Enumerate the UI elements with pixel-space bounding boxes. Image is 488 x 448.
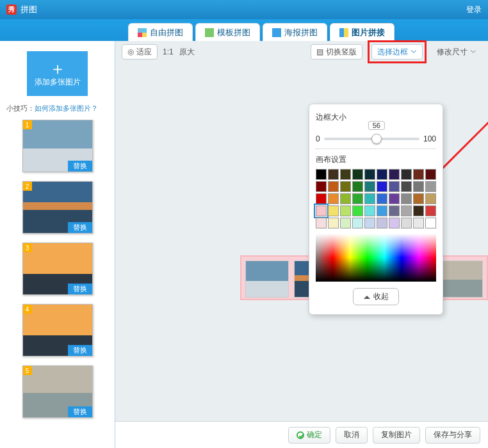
color-swatch[interactable] [389,181,400,192]
color-swatch[interactable] [340,181,351,192]
color-swatch[interactable] [425,205,436,216]
color-swatch[interactable] [328,205,339,216]
cancel-button[interactable]: 取消 [336,427,368,444]
chevron-down-icon [411,48,416,53]
color-swatch[interactable] [364,181,375,192]
replace-button[interactable]: 替换 [68,222,92,233]
color-swatch[interactable] [328,181,339,192]
color-swatch[interactable] [401,193,412,204]
color-swatch[interactable] [377,205,387,216]
color-swatch[interactable] [377,169,387,180]
color-swatch[interactable] [389,218,400,228]
replace-button[interactable]: 替换 [68,284,92,294]
border-size-slider[interactable]: 56 [324,138,419,140]
color-swatch[interactable] [364,218,375,228]
color-swatch[interactable] [425,169,436,180]
app-logo: 秀 [6,4,17,15]
color-swatch[interactable] [364,193,375,204]
save-share-button[interactable]: 保存与分享 [425,427,480,444]
slider-min: 0 [316,134,320,143]
ok-button[interactable]: 确定 [288,427,330,444]
color-swatch[interactable] [401,169,412,180]
tab-bar: 自由拼图 模板拼图 海报拼图 图片拼接 [0,19,488,41]
color-swatch[interactable] [352,169,363,180]
thumbnail[interactable]: 3替换 [22,243,93,295]
color-swatch[interactable] [352,193,363,204]
fit-button[interactable]: ◎适应 [122,44,158,60]
chevron-down-icon [471,48,476,53]
canvas-area: ◎适应 1:1 原大 ▤切换竖版 选择边框 修改尺寸 ✋可拖动 边框大小 0 [115,41,488,448]
color-swatch[interactable] [340,205,351,216]
color-swatch[interactable] [340,193,351,204]
color-swatch[interactable] [413,205,424,216]
thumbnail[interactable]: 5替换 [22,365,93,418]
color-swatch[interactable] [413,181,424,192]
replace-button[interactable]: 替换 [68,345,92,356]
stitch-icon [339,28,348,37]
select-border-button[interactable]: 选择边框 [371,44,423,60]
tab-template[interactable]: 模板拼图 [195,23,260,41]
slider-knob[interactable] [371,134,382,144]
color-swatch[interactable] [425,193,436,204]
color-swatch[interactable] [401,181,412,192]
tip-link[interactable]: 如何添加多张图片？ [35,104,98,112]
color-swatch[interactable] [425,218,436,228]
app-title: 拼图 [20,4,37,15]
color-swatch[interactable] [413,193,424,204]
color-swatch[interactable] [340,169,351,180]
thumbnail-list: 1替换 2替换 3替换 4替换 5替换 [6,120,108,448]
color-swatch[interactable] [316,218,327,228]
canvas-settings-label: 画布设置 [316,154,436,165]
border-popover: 边框大小 0 56 100 画布设置 收起 [309,104,443,315]
color-swatch[interactable] [316,169,327,180]
toggle-vertical-button[interactable]: ▤切换竖版 [311,44,362,60]
sidebar-tip: 小技巧：如何添加多张图片？ [6,104,108,113]
collage-cell[interactable] [245,260,289,298]
login-link[interactable]: 登录 [466,4,482,15]
color-swatch[interactable] [389,169,400,180]
footer-bar: 确定 取消 复制图片 保存与分享 [115,421,488,448]
color-swatch[interactable] [328,193,339,204]
color-swatch[interactable] [401,218,412,228]
select-border-highlight: 选择边框 [368,40,427,63]
color-swatch[interactable] [413,169,424,180]
thumbnail[interactable]: 1替换 [22,120,93,172]
collapse-button[interactable]: 收起 [353,288,399,305]
layout-icon: ▤ [316,47,323,56]
color-swatch[interactable] [377,181,387,192]
thumbnail[interactable]: 4替换 [22,304,93,356]
collage-cell[interactable] [439,260,483,298]
tab-stitch[interactable]: 图片拼接 [330,23,394,41]
color-swatch[interactable] [328,169,339,180]
color-swatch[interactable] [364,169,375,180]
add-images-button[interactable]: ＋ 添加多张图片 [27,51,88,96]
color-swatch[interactable] [328,218,339,228]
color-swatch[interactable] [352,205,363,216]
check-icon [297,431,304,439]
resize-button[interactable]: 修改尺寸 [432,44,482,60]
copy-image-button[interactable]: 复制图片 [373,427,420,444]
color-swatch[interactable] [377,218,387,228]
color-swatch[interactable] [352,181,363,192]
color-swatch[interactable] [340,218,351,228]
thumbnail[interactable]: 2替换 [22,181,93,234]
tab-free[interactable]: 自由拼图 [128,23,193,41]
color-swatch[interactable] [316,205,327,216]
color-swatch[interactable] [389,205,400,216]
color-swatch[interactable] [401,205,412,216]
canvas-toolbar: ◎适应 1:1 原大 ▤切换竖版 选择边框 修改尺寸 [115,41,488,63]
titlebar: 秀 拼图 登录 [0,0,488,19]
replace-button[interactable]: 替换 [68,161,92,172]
color-swatch[interactable] [377,193,387,204]
color-swatch[interactable] [389,193,400,204]
tab-poster[interactable]: 海报拼图 [263,23,327,41]
color-swatch[interactable] [413,218,424,228]
sidebar: ＋ 添加多张图片 小技巧：如何添加多张图片？ 1替换 2替换 3替换 4替换 5… [0,41,115,448]
color-swatch[interactable] [316,181,327,192]
color-swatch[interactable] [316,193,327,204]
replace-button[interactable]: 替换 [68,406,92,417]
color-swatch[interactable] [352,218,363,228]
color-swatch[interactable] [425,181,436,192]
color-swatch[interactable] [364,205,375,216]
color-gradient-picker[interactable] [316,234,436,282]
